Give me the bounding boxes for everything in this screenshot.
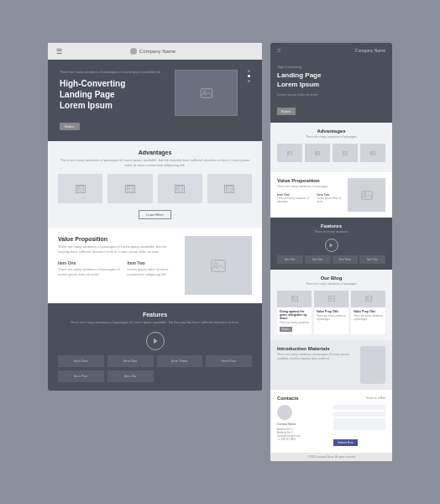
right-blog-title: Our Blog: [277, 276, 385, 281]
right-brand: Company Name: [355, 48, 385, 53]
svg-point-20: [371, 152, 372, 153]
svg-point-18: [343, 152, 344, 153]
svg-point-27: [329, 297, 331, 299]
right-value-text: Value Proposition There are many variati…: [277, 178, 343, 212]
svg-rect-17: [343, 151, 348, 155]
contacts-subtitle: Send us a Mail: [366, 396, 385, 400]
svg-point-22: [364, 192, 366, 195]
svg-rect-2: [77, 186, 83, 192]
svg-point-14: [288, 152, 289, 153]
blog-card-3-body: Value Prop Title There are many variatio…: [351, 307, 385, 324]
svg-rect-8: [227, 186, 233, 192]
svg-point-3: [78, 187, 80, 189]
adv-card-4: [207, 174, 252, 203]
blog-card-1-title: Going against the grain, altogether by d…: [280, 310, 309, 320]
contacts-title: Contacts: [277, 396, 299, 401]
right-nav: ☰ Company Name: [270, 43, 392, 58]
right-hamburger[interactable]: ☰: [277, 48, 281, 53]
submit-button[interactable]: Submit Now: [333, 439, 358, 446]
advantages-subtitle: There are many variations of passages of…: [58, 158, 252, 167]
left-wireframe: ☰ Company Name There are many variations…: [48, 43, 262, 390]
adv-card-3: [158, 174, 202, 203]
dot-3: [248, 80, 250, 82]
learn-more-button[interactable]: Learn More: [139, 210, 170, 219]
right-phone-mockup: [360, 346, 385, 384]
right-feat-subtitle: There are many variations: [277, 230, 385, 234]
rf-2: Item Two: [305, 255, 331, 264]
right-intro-text: Introduction Materials There are many va…: [277, 346, 356, 384]
right-value-image: [348, 178, 385, 212]
blog-card-3: Value Prop Title There are many variatio…: [351, 291, 385, 334]
blog-card-2: Value Prop Title There are many variatio…: [314, 291, 348, 334]
right-hero-small: High-Converting: [277, 65, 385, 69]
feature-item-1: Item One: [58, 355, 104, 367]
right-vi-text-2: Lorem ipsum dolor sit amet: [317, 197, 343, 204]
right-play-button[interactable]: [325, 239, 338, 252]
right-adv-title: Advantages: [277, 129, 385, 134]
adv-img-4: [224, 185, 234, 193]
right-wireframe: ☰ Company Name High-Converting Landing P…: [270, 43, 392, 460]
brand-logo: Company Name: [130, 48, 175, 55]
svg-point-7: [178, 187, 180, 189]
rf-4: Item Four: [359, 255, 385, 264]
right-contacts: Contacts Send us a Mail Contact Name Add…: [270, 390, 392, 453]
form-field-1[interactable]: [333, 405, 385, 410]
adv-img-1: [76, 185, 86, 193]
left-value-prop: Value Proposition There are many variati…: [48, 228, 262, 303]
svg-rect-19: [370, 151, 375, 155]
feature-label-1: Item One: [74, 359, 87, 363]
right-footer: © 2023 Company Name. All rights reserved…: [270, 453, 392, 461]
footer-text: © 2023 Company Name. All rights reserved…: [306, 455, 356, 459]
blog-card-3-title: Value Prop Title: [354, 310, 383, 313]
feature-label-6: Item Six: [124, 374, 136, 378]
rf-3: Item Three: [333, 255, 359, 264]
contacts-row: Contact Name Address line 1 Address line…: [277, 405, 385, 447]
value-image: [185, 236, 252, 295]
right-intro-subtitle: There are many variations of passages of…: [277, 353, 356, 361]
hero-small-text: There are many variations of passages of…: [60, 70, 168, 75]
svg-point-5: [128, 187, 130, 189]
form-textarea[interactable]: [333, 418, 385, 430]
brand-icon: [130, 48, 137, 55]
advantages-title: Advantages: [58, 150, 252, 155]
play-button[interactable]: [146, 332, 165, 350]
brand-name: Company Name: [139, 49, 175, 54]
r-adv-card-1: [277, 144, 302, 162]
feature-items-grid: Item One Item Two Item Three Item Four I…: [58, 355, 252, 382]
blog-img-2: [314, 291, 348, 307]
svg-rect-24: [291, 297, 297, 302]
right-hero-button[interactable]: Button: [277, 108, 296, 115]
left-nav: ☰ Company Name: [48, 43, 262, 60]
contacts-header: Contacts Send us a Mail: [277, 396, 385, 401]
right-hero: High-Converting Landing PageLorem Ipsum …: [270, 58, 392, 123]
hamburger-icon[interactable]: ☰: [56, 48, 62, 55]
dot-2: [248, 75, 250, 77]
svg-marker-23: [330, 243, 333, 247]
right-advantages: Advantages There are many variations of …: [270, 123, 392, 172]
value-text-block: Value Proposition There are many variati…: [58, 236, 176, 295]
svg-point-9: [228, 187, 229, 189]
feature-label-3: Item Three: [171, 359, 187, 363]
blog-card-1-body: Going against the grain, altogether by d…: [277, 307, 312, 334]
right-value-item-2: Item Two Lorem ipsum dolor sit amet: [317, 193, 343, 204]
svg-point-25: [292, 297, 294, 299]
value-item-two-text: Lorem ipsum dolor sit amet, consectetur …: [128, 267, 176, 276]
left-features: Features There are many variations of pa…: [48, 303, 262, 391]
right-intro-materials: Introduction Materials There are many va…: [270, 340, 392, 390]
form-field-2[interactable]: [333, 412, 385, 417]
value-item-two: Item Two Lorem ipsum dolor sit amet, con…: [128, 260, 176, 276]
svg-rect-10: [212, 260, 226, 271]
blog-card-1-btn[interactable]: Button: [280, 327, 292, 332]
hero-button[interactable]: Button: [60, 123, 80, 130]
value-item-one-text: There are many variations of passages of…: [58, 267, 121, 276]
svg-point-29: [366, 297, 368, 299]
hero-image: [175, 70, 238, 116]
svg-point-11: [214, 262, 218, 266]
svg-rect-0: [201, 89, 212, 98]
right-adv-subtitle: There are many variations of passages: [277, 135, 385, 139]
contact-form: Submit Now: [333, 405, 385, 447]
svg-rect-6: [176, 186, 182, 192]
hero-dots: [248, 70, 250, 82]
advantages-cards: [58, 174, 252, 203]
value-items: Item One There are many variations of pa…: [58, 260, 176, 276]
